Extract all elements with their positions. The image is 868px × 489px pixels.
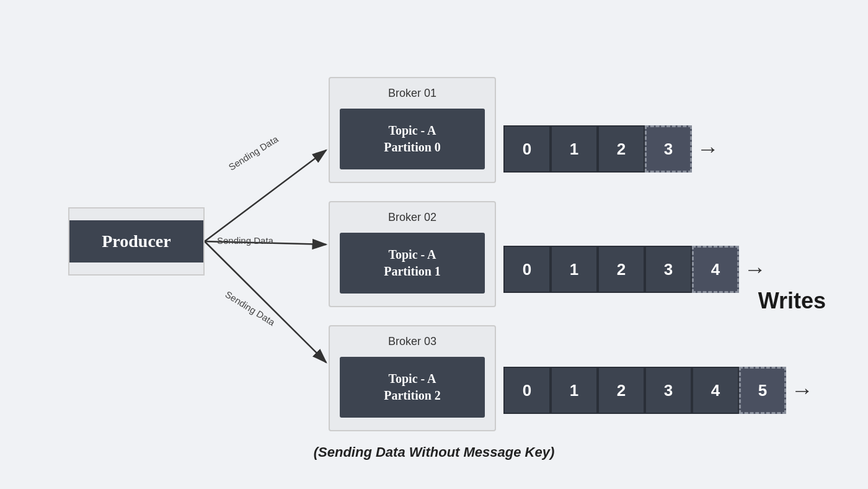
- block-2-0: 0: [503, 246, 551, 293]
- broker-2-container: Broker 02 Topic - A Partition 1: [329, 201, 496, 307]
- svg-line-0: [205, 150, 326, 241]
- partition-row-3: 0 1 2 3 4 5 →: [503, 367, 813, 414]
- block-1-2: 2: [598, 125, 645, 173]
- broker-3-container: Broker 03 Topic - A Partition 2: [329, 325, 496, 431]
- sending-data-top-label: Sending Data: [226, 133, 280, 173]
- broker-1-topic: Topic - A Partition 0: [340, 109, 485, 169]
- block-3-3: 3: [645, 367, 692, 414]
- broker-2-topic: Topic - A Partition 1: [340, 233, 485, 294]
- arrow-row3: →: [791, 379, 813, 402]
- partition-row-2: 0 1 2 3 4 →: [503, 246, 766, 293]
- block-1-0: 0: [503, 125, 551, 173]
- block-2-4-dashed: 4: [692, 246, 739, 293]
- sending-data-bottom-label: Sending Data: [223, 289, 277, 328]
- arrow-row2: →: [744, 258, 766, 280]
- block-3-0: 0: [503, 367, 551, 414]
- svg-line-2: [205, 241, 326, 362]
- bottom-caption: (Sending Data Without Message Key): [31, 444, 837, 460]
- broker-3-topic: Topic - A Partition 2: [340, 357, 485, 418]
- block-3-5-dashed: 5: [739, 367, 786, 414]
- block-2-3: 3: [645, 246, 692, 293]
- arrow-row1: →: [697, 138, 719, 160]
- producer-label: Producer: [69, 220, 203, 262]
- block-3-4: 4: [692, 367, 739, 414]
- block-3-1: 1: [551, 367, 598, 414]
- broker-1-container: Broker 01 Topic - A Partition 0: [329, 77, 496, 183]
- broker-1-title: Broker 01: [340, 87, 485, 100]
- producer-box: Producer: [68, 207, 205, 276]
- diagram: Producer Sending Data Sending Data Sendi…: [31, 15, 837, 474]
- broker-3-title: Broker 03: [340, 335, 485, 348]
- partition-row-1: 0 1 2 3 →: [503, 125, 719, 173]
- broker-2-title: Broker 02: [340, 211, 485, 224]
- block-2-1: 1: [551, 246, 598, 293]
- writes-label: Writes: [758, 288, 826, 314]
- block-3-2: 2: [598, 367, 645, 414]
- block-2-2: 2: [598, 246, 645, 293]
- block-1-3-dashed: 3: [645, 125, 692, 173]
- sending-data-mid-label: Sending Data: [217, 235, 273, 246]
- block-1-1: 1: [551, 125, 598, 173]
